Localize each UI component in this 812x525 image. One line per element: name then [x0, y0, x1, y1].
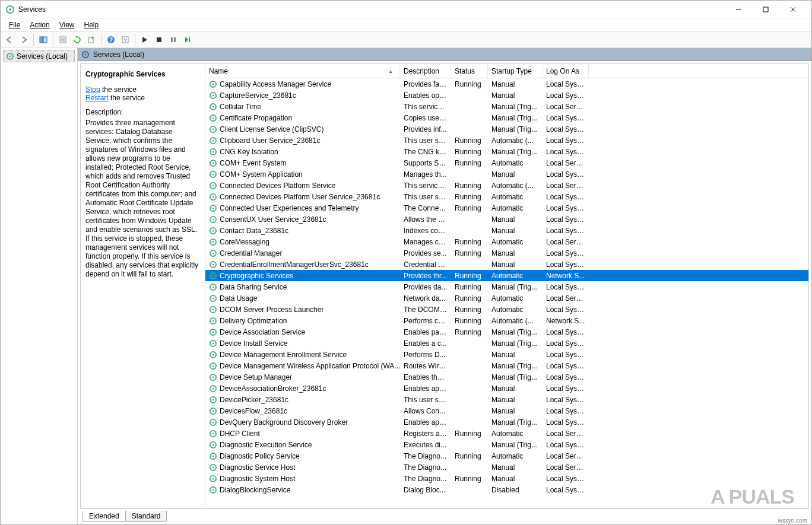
- service-row[interactable]: Diagnostic Execution ServiceExecutes di.…: [205, 439, 808, 450]
- maximize-button[interactable]: [752, 1, 779, 18]
- col-name[interactable]: Name▴: [205, 64, 400, 78]
- restart-link[interactable]: Restart: [85, 94, 109, 102]
- service-row[interactable]: DHCP ClientRegisters an...RunningAutomat…: [205, 428, 808, 439]
- menu-file[interactable]: File: [4, 20, 25, 30]
- service-logon: Local Syste...: [543, 441, 589, 449]
- service-desc: Enables opti...: [400, 91, 451, 100]
- service-name: Contact Data_23681c: [220, 227, 288, 235]
- service-row[interactable]: Certificate PropagationCopies user ...Ma…: [205, 112, 808, 123]
- service-row[interactable]: Device Management Wireless Application P…: [205, 360, 808, 371]
- service-name: Delivery Optimization: [220, 317, 287, 325]
- gear-icon: [209, 407, 217, 415]
- service-desc: Provides inf...: [400, 125, 451, 133]
- service-row[interactable]: CredentialEnrollmentManagerUserSvc_23681…: [205, 259, 808, 270]
- service-name: Connected User Experiences and Telemetry: [220, 204, 359, 212]
- service-row[interactable]: DevicePicker_23681cThis user ser...Manua…: [205, 394, 808, 405]
- list-body[interactable]: Capability Access Manager ServiceProvide…: [205, 78, 808, 508]
- service-row[interactable]: Connected User Experiences and Telemetry…: [205, 202, 808, 214]
- menubar: File Action View Help: [1, 18, 811, 31]
- service-row[interactable]: DialogBlockingServiceDialog Bloc...Disab…: [205, 484, 808, 495]
- service-desc: Routes Wire...: [400, 362, 451, 370]
- service-startup: Manual: [488, 91, 543, 100]
- content: Cryptographic Services Stop the service …: [80, 63, 809, 509]
- service-logon: Local Service: [543, 238, 589, 246]
- list-header: Name▴ Description Status Startup Type Lo…: [205, 64, 808, 78]
- service-desc: Provides thr...: [400, 272, 451, 280]
- help2-button[interactable]: ?: [119, 33, 132, 46]
- right-pane: Services (Local) Cryptographic Services …: [78, 48, 811, 524]
- service-logon: Local Syste...: [543, 373, 589, 381]
- service-row[interactable]: DeviceAssociationBroker_23681cEnables ap…: [205, 383, 808, 394]
- service-row[interactable]: Cellular TimeThis service ...Manual (Tri…: [205, 101, 808, 112]
- service-row[interactable]: Client License Service (ClipSVC)Provides…: [205, 123, 808, 135]
- refresh-button[interactable]: [71, 33, 84, 46]
- service-name: CoreMessaging: [220, 238, 269, 246]
- nav-back-button[interactable]: [3, 33, 16, 46]
- service-row[interactable]: Contact Data_23681cIndexes con...ManualL…: [205, 225, 808, 236]
- properties-button[interactable]: [56, 33, 69, 46]
- stop-service-button[interactable]: [153, 33, 166, 46]
- menu-help[interactable]: Help: [80, 20, 104, 30]
- show-hide-button[interactable]: [37, 33, 50, 46]
- service-logon: Local Syste...: [543, 475, 589, 483]
- tree-services-local[interactable]: Services (Local): [3, 50, 75, 62]
- service-logon: Local Service: [543, 452, 589, 460]
- start-service-button[interactable]: [138, 33, 151, 46]
- gear-icon: [209, 463, 217, 472]
- service-row[interactable]: CaptureService_23681cEnables opti...Manu…: [205, 90, 808, 101]
- svg-point-88: [212, 432, 214, 434]
- service-row[interactable]: DCOM Server Process LauncherThe DCOML...…: [205, 304, 808, 315]
- menu-action[interactable]: Action: [25, 20, 54, 30]
- pause-service-button[interactable]: [167, 33, 180, 46]
- service-desc: Enables pair...: [400, 328, 451, 336]
- service-row[interactable]: Data Sharing ServiceProvides da...Runnin…: [205, 281, 808, 292]
- service-row[interactable]: Capability Access Manager ServiceProvide…: [205, 78, 808, 90]
- service-row[interactable]: Diagnostic System HostThe Diagno...Runni…: [205, 473, 808, 484]
- nav-forward-button[interactable]: [17, 33, 30, 46]
- col-startup[interactable]: Startup Type: [488, 64, 543, 78]
- service-desc: Allows the s...: [400, 215, 451, 224]
- close-button[interactable]: [779, 1, 807, 18]
- service-status: Running: [451, 80, 488, 88]
- service-row[interactable]: Clipboard User Service_23681cThis user s…: [205, 135, 808, 146]
- service-row[interactable]: Data UsageNetwork da...RunningAutomaticL…: [205, 292, 808, 304]
- service-logon: Local Syste...: [543, 148, 589, 156]
- svg-point-66: [212, 308, 214, 310]
- service-row[interactable]: DevQuery Background Discovery BrokerEnab…: [205, 416, 808, 428]
- restart-service-button[interactable]: [181, 33, 194, 46]
- help-button[interactable]: ?: [104, 33, 118, 46]
- col-status[interactable]: Status: [451, 64, 488, 78]
- service-row[interactable]: Connected Devices Platform User Service_…: [205, 191, 808, 202]
- col-logon[interactable]: Log On As: [543, 64, 589, 78]
- service-name: DialogBlockingService: [220, 486, 290, 494]
- service-row[interactable]: Delivery OptimizationPerforms co...Runni…: [205, 315, 808, 326]
- menu-view[interactable]: View: [55, 20, 80, 30]
- service-row[interactable]: Device Setup ManagerEnables the ...Manua…: [205, 371, 808, 383]
- service-row[interactable]: Diagnostic Service HostThe Diagno...Manu…: [205, 462, 808, 473]
- service-startup: Manual: [488, 249, 543, 257]
- service-row[interactable]: COM+ System ApplicationManages th...Manu…: [205, 168, 808, 180]
- service-startup: Manual (Trig...: [488, 114, 543, 122]
- service-row[interactable]: Connected Devices Platform ServiceThis s…: [205, 180, 808, 191]
- service-row[interactable]: DevicesFlow_23681cAllows Con...ManualLoc…: [205, 405, 808, 416]
- service-row[interactable]: COM+ Event SystemSupports Sy...RunningAu…: [205, 157, 808, 168]
- service-row[interactable]: Device Install ServiceEnables a c...Manu…: [205, 338, 808, 349]
- export-button[interactable]: [85, 33, 98, 46]
- service-row[interactable]: Cryptographic ServicesProvides thr...Run…: [205, 270, 808, 281]
- col-description[interactable]: Description: [400, 64, 451, 78]
- service-startup: Automatic: [488, 294, 543, 303]
- service-row[interactable]: ConsentUX User Service_23681cAllows the …: [205, 214, 808, 225]
- service-row[interactable]: Credential ManagerProvides se...RunningM…: [205, 247, 808, 259]
- tab-standard[interactable]: Standard: [125, 511, 167, 522]
- service-desc: Performs D...: [400, 351, 451, 359]
- service-row[interactable]: Diagnostic Policy ServiceThe Diagno...Ru…: [205, 450, 808, 462]
- gear-icon: [209, 249, 217, 257]
- stop-link[interactable]: Stop: [85, 85, 100, 94]
- minimize-button[interactable]: [725, 1, 752, 18]
- service-row[interactable]: Device Association ServiceEnables pair..…: [205, 326, 808, 338]
- tab-extended[interactable]: Extended: [83, 511, 126, 522]
- service-row[interactable]: Device Management Enrollment ServicePerf…: [205, 349, 808, 360]
- service-row[interactable]: CoreMessagingManages co...RunningAutomat…: [205, 236, 808, 247]
- gear-icon: [209, 283, 217, 291]
- service-row[interactable]: CNG Key IsolationThe CNG ke...RunningMan…: [205, 146, 808, 157]
